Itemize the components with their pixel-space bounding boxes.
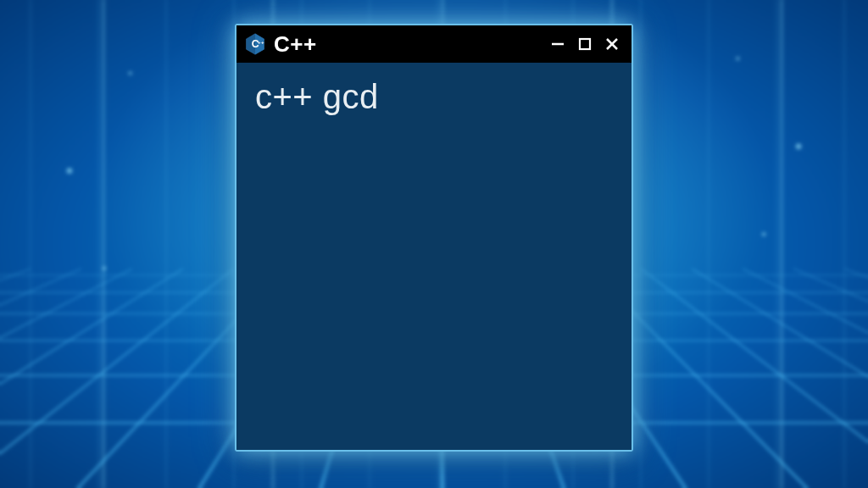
close-button[interactable] — [601, 33, 623, 55]
maximize-button[interactable] — [574, 33, 596, 55]
application-window: C + + C++ c++ gcd — [235, 24, 633, 452]
body-text: c++ gcd — [255, 78, 613, 116]
svg-rect-6 — [580, 39, 590, 49]
titlebar[interactable]: C + + C++ — [236, 25, 632, 63]
svg-text:+: + — [261, 39, 264, 45]
window-title: C++ — [274, 31, 540, 58]
cpp-logo-icon: C + + — [243, 32, 267, 56]
window-controls — [547, 33, 623, 55]
minimize-button[interactable] — [547, 33, 569, 55]
window-body: c++ gcd — [236, 63, 632, 450]
